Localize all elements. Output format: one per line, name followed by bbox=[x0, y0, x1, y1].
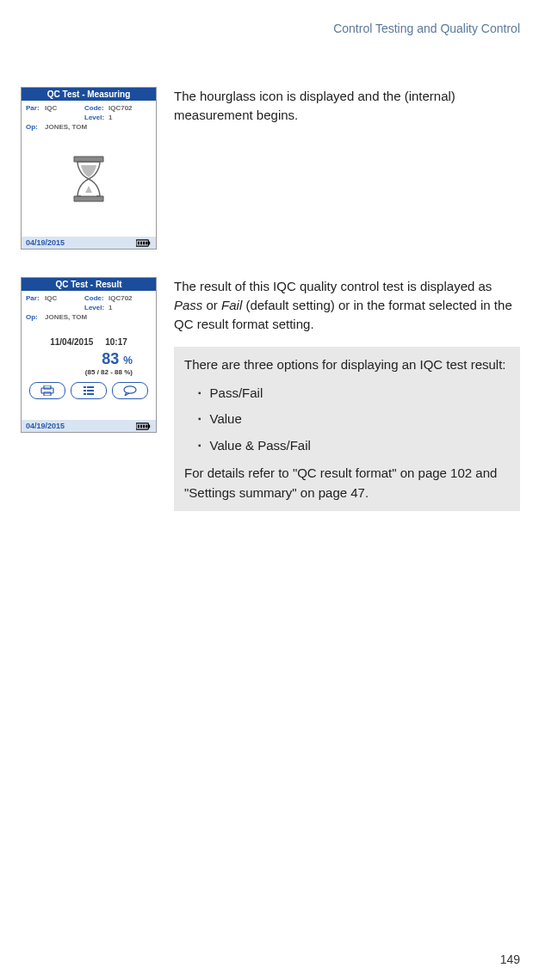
speech-bubble-icon bbox=[122, 385, 138, 396]
infobox-option-3: Value & Pass/Fail bbox=[198, 433, 511, 459]
result-area: 11/04/2015 10:17 83 % (85 / 82 - 88 %) bbox=[26, 322, 152, 379]
chapter-header: Control Testing and Quality Control bbox=[21, 22, 520, 35]
infobox-option-1: Pass/Fail bbox=[198, 380, 511, 407]
svg-rect-5 bbox=[146, 241, 147, 244]
comment-button[interactable] bbox=[112, 382, 148, 399]
level-label: Level: bbox=[84, 113, 108, 122]
svg-rect-9 bbox=[84, 386, 86, 388]
infobox-list: Pass/Fail Value Value & Pass/Fail bbox=[184, 375, 511, 465]
level-value: 1 bbox=[108, 113, 136, 122]
info-row-par: Par: IQC Code: IQC702 bbox=[26, 103, 152, 113]
svg-rect-13 bbox=[84, 393, 86, 395]
op-value: JONES, TOM bbox=[45, 122, 87, 132]
svg-point-15 bbox=[124, 386, 136, 393]
list-button[interactable] bbox=[71, 382, 107, 399]
code-label: Code: bbox=[84, 103, 108, 113]
hourglass-icon bbox=[69, 155, 108, 203]
par-label: Par: bbox=[26, 103, 45, 113]
info-row-op: Op: JONES, TOM bbox=[26, 312, 152, 322]
level-value: 1 bbox=[108, 303, 136, 312]
svg-rect-10 bbox=[87, 386, 94, 388]
svg-rect-12 bbox=[87, 390, 94, 391]
code-value: IQC702 bbox=[108, 103, 136, 113]
result-datetime: 11/04/2015 10:17 bbox=[26, 337, 152, 347]
screen-body: Par: IQC Code: IQC702 Level: 1 Op: JONE bbox=[22, 291, 156, 420]
result-unit: % bbox=[123, 354, 133, 367]
row-measuring: QC Test - Measuring Par: IQC Code: IQC70… bbox=[21, 87, 520, 250]
or-text: or bbox=[202, 298, 221, 312]
result-text-1a: The result of this IQC quality control t… bbox=[174, 279, 492, 293]
action-buttons bbox=[26, 379, 152, 404]
footer-date: 04/19/2015 bbox=[26, 422, 65, 430]
result-time: 10:17 bbox=[105, 337, 127, 347]
infobox-option-2: Value bbox=[198, 406, 511, 433]
hourglass-container bbox=[26, 132, 152, 226]
print-button[interactable] bbox=[29, 382, 65, 399]
svg-rect-17 bbox=[148, 424, 150, 428]
info-row-level: Level: 1 bbox=[26, 303, 152, 312]
infobox-intro: There are three options for displaying a… bbox=[184, 355, 511, 375]
screen-footer: 04/19/2015 bbox=[22, 237, 156, 249]
result-range: (85 / 82 - 88 %) bbox=[26, 368, 152, 376]
footer-date: 04/19/2015 bbox=[26, 238, 65, 247]
fail-text: Fail bbox=[221, 298, 242, 312]
explanation-result: The result of this IQC quality control t… bbox=[174, 277, 520, 511]
svg-rect-1 bbox=[148, 241, 150, 244]
level-label: Level: bbox=[84, 303, 108, 312]
svg-rect-21 bbox=[146, 424, 147, 428]
svg-rect-18 bbox=[138, 424, 139, 428]
op-value: JONES, TOM bbox=[45, 312, 87, 322]
info-row-level: Level: 1 bbox=[26, 113, 152, 122]
svg-rect-11 bbox=[84, 390, 86, 391]
explanation-text: The hourglass icon is displayed and the … bbox=[174, 89, 455, 122]
result-paragraph: The result of this IQC quality control t… bbox=[174, 277, 520, 333]
info-row-op: Op: JONES, TOM bbox=[26, 122, 152, 132]
page-number: 149 bbox=[500, 952, 520, 966]
svg-rect-20 bbox=[143, 424, 145, 428]
par-value: IQC bbox=[45, 293, 84, 303]
result-number: 83 bbox=[102, 350, 119, 367]
infobox-refs: For details refer to "QC result format" … bbox=[184, 464, 511, 502]
device-screen-measuring: QC Test - Measuring Par: IQC Code: IQC70… bbox=[21, 87, 157, 250]
printer-icon bbox=[40, 385, 55, 396]
par-value: IQC bbox=[45, 103, 84, 113]
svg-rect-3 bbox=[140, 241, 142, 244]
battery-icon bbox=[136, 422, 152, 430]
screen-body: Par: IQC Code: IQC702 Level: 1 Op: JONE bbox=[22, 101, 156, 237]
device-screen-result: QC Test - Result Par: IQC Code: IQC702 L… bbox=[21, 277, 157, 433]
svg-rect-4 bbox=[143, 241, 145, 244]
row-result: QC Test - Result Par: IQC Code: IQC702 L… bbox=[21, 277, 520, 511]
op-label: Op: bbox=[26, 312, 45, 322]
code-label: Code: bbox=[84, 293, 108, 303]
par-label: Par: bbox=[26, 293, 45, 303]
pass-text: Pass bbox=[174, 298, 202, 312]
result-value: 83 % bbox=[26, 350, 152, 368]
chapter-title: Control Testing and Quality Control bbox=[333, 22, 520, 35]
screen-footer: 04/19/2015 bbox=[22, 420, 156, 432]
code-value: IQC702 bbox=[108, 293, 136, 303]
op-label: Op: bbox=[26, 122, 45, 132]
result-date: 11/04/2015 bbox=[50, 337, 93, 347]
battery-icon bbox=[136, 239, 152, 247]
screen-title: QC Test - Result bbox=[22, 278, 156, 291]
screen-title: QC Test - Measuring bbox=[22, 88, 156, 101]
info-row-par: Par: IQC Code: IQC702 bbox=[26, 293, 152, 303]
info-box: There are three options for displaying a… bbox=[174, 347, 520, 511]
svg-rect-2 bbox=[138, 241, 139, 244]
explanation-measuring: The hourglass icon is displayed and the … bbox=[174, 87, 520, 125]
svg-rect-14 bbox=[87, 393, 94, 395]
svg-rect-19 bbox=[140, 424, 142, 428]
list-icon bbox=[81, 385, 96, 396]
